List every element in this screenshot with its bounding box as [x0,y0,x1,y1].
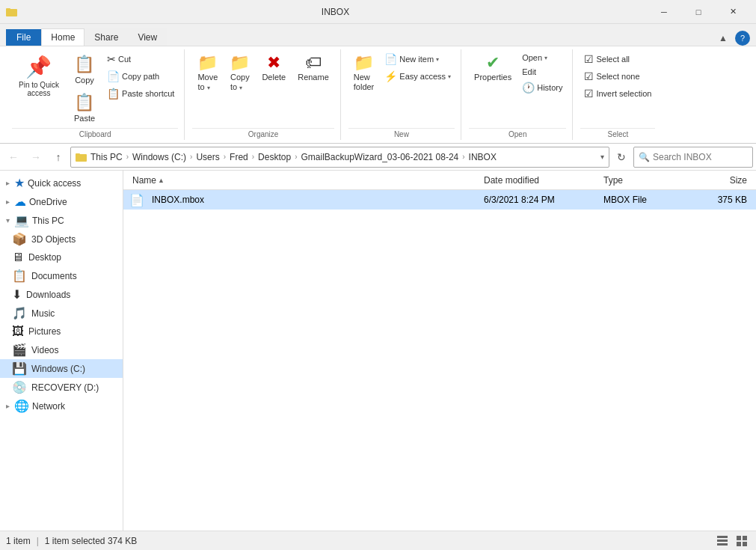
details-view-button[interactable] [714,533,731,549]
sidebar-quick-access[interactable]: ▸ ★ Quick access [0,174,123,192]
sidebar-item-music[interactable]: 🎵 Music [0,304,123,323]
easy-access-button[interactable]: ⚡ Easy access ▾ [381,68,455,85]
col-header-size[interactable]: Size [690,175,750,186]
forward-button[interactable]: → [25,147,46,168]
svg-rect-6 [717,543,728,546]
edit-button[interactable]: Edit [518,65,566,79]
network-icon: 🌐 [14,399,29,413]
clipboard-group-content: 📌 Pin to Quickaccess 📋 Copy 📋 Paste ✂ Cu… [12,49,178,128]
delete-icon: ✖ [267,55,280,71]
file-list: Name ▲ Date modified Type Size 📄 INBOX.m… [123,171,756,531]
file-row[interactable]: 📄 INBOX.mbox 6/3/2021 8:24 PM MBOX File … [123,190,756,210]
search-box: 🔍 [633,147,753,168]
address-bar[interactable]: This PC › Windows (C:) › Users › Fred › … [70,147,609,168]
new-item-button[interactable]: 📄 New item ▾ [381,51,455,67]
refresh-button[interactable]: ↻ [611,147,632,168]
main-content: ▸ ★ Quick access ▸ ☁ OneDrive ▾ 💻 This P… [0,171,756,531]
col-header-name[interactable]: Name ▲ [129,175,481,186]
select-none-button[interactable]: ☑ Select none [580,68,655,85]
address-arrow: ▾ [600,153,604,161]
back-button[interactable]: ← [3,147,24,168]
col-header-date[interactable]: Date modified [481,175,600,186]
organize-group: 📁 Moveto ▾ 📁 Copyto ▾ ✖ Delete 🏷 Rename … [186,49,340,140]
sidebar-item-recovery-d[interactable]: 💿 RECOVERY (D:) [0,378,123,397]
sidebar-item-videos[interactable]: 🎬 Videos [0,340,123,359]
minimize-button[interactable]: ─ [647,0,681,24]
music-icon: 🎵 [12,306,27,320]
select-all-button[interactable]: ☑ Select all [580,51,655,67]
history-label: History [537,83,562,92]
clipboard-label: Clipboard [12,128,178,140]
move-to-button[interactable]: 📁 Moveto ▾ [192,51,223,96]
sidebar-label-documents: Documents [31,271,77,281]
rename-button[interactable]: 🏷 Rename [292,51,334,86]
details-view-icon [717,536,728,546]
status-bar: 1 item | 1 item selected 374 KB [0,531,756,550]
sidebar-label-recovery: RECOVERY (D:) [31,382,99,393]
sidebar-item-3d-objects[interactable]: 📦 3D Objects [0,230,123,248]
preview-view-button[interactable] [734,533,750,549]
sidebar-network[interactable]: ▸ 🌐 Network [0,397,123,415]
sidebar-label-3d-objects: 3D Objects [31,234,76,245]
copy-to-button[interactable]: 📁 Copyto ▾ [224,51,255,96]
breadcrumb-this-pc: This PC [90,152,123,162]
network-label: Network [32,401,65,412]
rename-label: Rename [298,73,329,82]
search-input[interactable] [653,152,756,162]
status-count: 1 item [6,536,31,546]
close-button[interactable]: ✕ [716,0,750,24]
ribbon-collapse-button[interactable]: ▲ [716,31,731,46]
tab-share[interactable]: Share [84,28,128,46]
file-name: INBOX.mbox [149,195,207,205]
copy-path-button[interactable]: 📄 Copy path [103,68,178,85]
paste-button[interactable]: 📋 Paste [67,89,102,126]
copy-path-label: Copy path [122,72,159,81]
up-button[interactable]: ↑ [48,147,69,168]
properties-button[interactable]: ✔ Properties [469,51,517,86]
sidebar-label-music: Music [31,308,55,319]
select-label: Select [580,128,655,140]
sidebar-item-documents[interactable]: 📋 Documents [0,266,123,285]
copy-to-label: Copyto ▾ [230,73,250,92]
select-group: ☑ Select all ☑ Select none ☑ Invert sele… [574,49,661,140]
history-button[interactable]: 🕐 History [518,79,566,96]
easy-access-label: Easy access [399,72,446,81]
view-controls [714,533,750,549]
invert-selection-button[interactable]: ☑ Invert selection [580,85,655,102]
title-bar-icons [6,6,18,18]
onedrive-icon: ☁ [14,195,26,209]
svg-rect-8 [743,536,747,540]
col-date-label: Date modified [484,175,539,186]
breadcrumb-users: Users [196,152,219,162]
paste-shortcut-button[interactable]: 📋 Paste shortcut [103,85,178,102]
sidebar-item-desktop[interactable]: 🖥 Desktop [0,248,123,266]
col-type-label: Type [603,175,623,186]
sidebar-onedrive[interactable]: ▸ ☁ OneDrive [0,192,123,211]
cut-button[interactable]: ✂ Cut [103,51,178,67]
maximize-button[interactable]: □ [681,0,716,24]
copy-to-icon: 📁 [230,55,250,71]
status-selected: 1 item selected [45,536,105,546]
pin-button[interactable]: 📌 Pin to Quickaccess [12,51,66,101]
sidebar-item-pictures[interactable]: 🖼 Pictures [0,323,123,340]
copy-label: Copy [75,76,94,85]
tab-file[interactable]: File [6,29,41,46]
new-label: New [348,128,455,140]
tab-view[interactable]: View [128,28,167,46]
sidebar-item-downloads[interactable]: ⬇ Downloads [0,285,123,304]
paste-label: Paste [74,114,95,123]
cut-group: ✂ Cut 📄 Copy path 📋 Paste shortcut [103,51,178,102]
help-button[interactable]: ? [735,31,750,46]
copy-button[interactable]: 📋 Copy [67,51,102,88]
sidebar-item-windows-c[interactable]: 💾 Windows (C:) [0,359,123,378]
new-folder-button[interactable]: 📁 Newfolder [348,51,380,96]
sidebar-this-pc[interactable]: ▾ 💻 This PC [0,211,123,230]
invert-label: Invert selection [596,89,651,98]
quick-access-label: Quick access [28,178,81,189]
col-header-type[interactable]: Type [600,175,690,186]
ribbon-tab-bar: File Home Share View ▲ ? [0,24,756,46]
this-pc-label: This PC [32,216,64,226]
open-button[interactable]: Open ▾ [518,51,566,64]
delete-button[interactable]: ✖ Delete [256,51,291,86]
tab-home[interactable]: Home [41,28,84,46]
